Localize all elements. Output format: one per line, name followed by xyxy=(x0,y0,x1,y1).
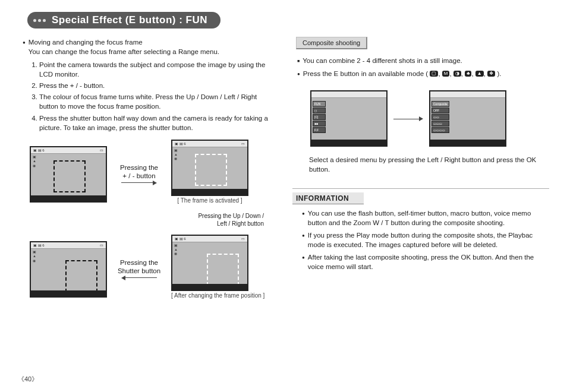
lcd-activated: ▣ ▤ 6▭ ▣▲◉ SHCapture ◀▶Move xyxy=(171,140,248,196)
caption-activated: [ The frame is activated ] xyxy=(171,197,248,204)
information-title: INFORMATION xyxy=(292,192,364,204)
lcd-final: ▣ ▤ 6▭ ▣▲◉ SHCapture +/-Edit xyxy=(30,241,107,298)
info-bullet-2: If you press the Play mode button during… xyxy=(302,231,547,249)
step-3: The colour of focus frame turns white. P… xyxy=(39,92,275,111)
page-title: Special Effect (E button) : FUN xyxy=(52,14,207,26)
focus-frame-heading: Moving and changing the focus frame You … xyxy=(23,38,275,56)
mode-icon: ▲ xyxy=(475,71,484,77)
lcd-moved: ▣ ▤ 6▭ ▣▲◉ SHCapture ◀▶Move xyxy=(171,235,248,291)
select-line: Select a desired menu by pressing the Le… xyxy=(309,155,549,174)
mode-icon: ♣ xyxy=(465,71,471,77)
caption-press-a: Pressing the xyxy=(120,164,158,171)
mode-icon: ❖ xyxy=(487,71,495,77)
composite-subhead: Composite shooting xyxy=(296,37,367,49)
page-number: 《40》 xyxy=(18,375,38,384)
caption-press-b: + / - button xyxy=(122,172,155,179)
steps-list: Point the camera towards the subject and… xyxy=(37,60,275,132)
press-e-line: Press the E button in an available mode … xyxy=(297,69,549,79)
caption-shutter-a: Pressing the xyxy=(120,259,158,266)
caption-moved: [ After changing the frame position ] xyxy=(171,292,264,299)
info-bullet-3: After taking the last composite shooting… xyxy=(302,253,547,271)
step-2: Press the + / - button. xyxy=(39,81,275,90)
mode-icon: ▢ xyxy=(430,71,438,77)
composite-row: FUN ◻ [C] ■■ F.F ◀▶Move EExit Composite … xyxy=(310,90,549,147)
title-dots xyxy=(33,19,46,22)
step-4: Press the shutter button half way down a… xyxy=(39,113,275,132)
page-title-bar: Special Effect (E button) : FUN xyxy=(27,12,220,29)
mode-icon: M xyxy=(442,71,450,77)
caption-shutter-b: Shutter button xyxy=(118,267,160,274)
lcd-row-2: ▣ ▤ 6▭ ▣▲◉ SHCapture +/-Edit Pressing th… xyxy=(30,235,275,305)
arrow-3: Pressing the Shutter button xyxy=(112,259,166,280)
mode-icon: ◑ xyxy=(453,71,461,77)
right-column: Composite shooting You can combine 2 - 4… xyxy=(292,37,549,307)
heading-sub: You can change the focus frame after sel… xyxy=(29,48,219,55)
combine-line: You can combine 2 - 4 different shots in… xyxy=(297,56,549,66)
arrow-2-label: Pressing the Up / Down /Left / Right but… xyxy=(18,212,264,227)
step-1: Point the camera towards the subject and… xyxy=(39,60,275,79)
info-bullet-1: You can use the flash button, self-timer… xyxy=(302,209,547,227)
heading-text: Moving and changing the focus frame xyxy=(29,39,143,46)
information-box: INFORMATION You can use the flash button… xyxy=(292,188,549,271)
lcd-menu-b: Composite OFF ▭▭ ▭▭▭ ▭▭▭▭ ◀▶Composite OK… xyxy=(429,90,506,147)
left-column: Moving and changing the focus frame You … xyxy=(18,37,275,307)
lcd-row-1: ▣ ▤ 6▭ ▣▲◉ SHCapture +/-Edit Pressing th… xyxy=(30,140,275,210)
lcd-before: ▣ ▤ 6▭ ▣▲◉ SHCapture +/-Edit xyxy=(30,146,107,203)
arrow-1: Pressing the + / - button xyxy=(112,164,166,185)
lcd-menu-a: FUN ◻ [C] ■■ F.F ◀▶Move EExit xyxy=(310,90,388,147)
